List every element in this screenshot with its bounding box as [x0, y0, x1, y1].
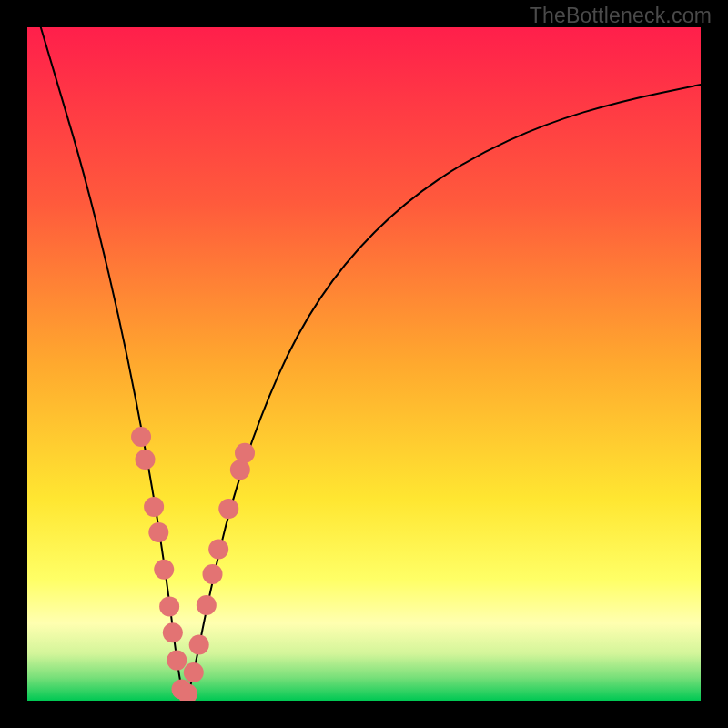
data-dot [144, 497, 164, 517]
data-dot [230, 460, 250, 480]
plot-area [27, 27, 701, 701]
data-dot [235, 443, 255, 463]
watermark-text: TheBottleneck.com [530, 4, 712, 28]
data-dot [131, 427, 151, 447]
data-dot [167, 651, 187, 671]
data-dot [189, 635, 209, 655]
data-dot [197, 595, 217, 615]
chart-frame: TheBottleneck.com [0, 0, 728, 728]
data-dot [218, 499, 238, 519]
data-dot [203, 564, 223, 584]
data-dot [154, 560, 174, 580]
data-dot [159, 596, 179, 616]
data-dot [208, 540, 228, 560]
curve-layer [27, 27, 701, 701]
data-dot [184, 662, 204, 682]
data-dot [163, 622, 183, 642]
bottleneck-curve [41, 27, 701, 697]
data-dot [136, 450, 156, 470]
data-dot [148, 522, 168, 542]
